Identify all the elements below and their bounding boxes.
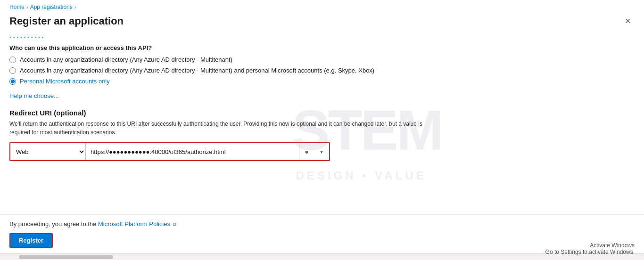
redirect-desc: We'll return the authentication response… (9, 120, 434, 137)
radio-option-2: Accounts in any organizational directory… (9, 67, 635, 74)
footer: By proceeding, you agree to the Microsof… (0, 215, 644, 253)
page-wrapper: Home › App registrations › STEM DESIGN •… (0, 0, 644, 260)
page-title: Register an application (9, 15, 124, 27)
title-row: Register an application ✕ (9, 12, 635, 34)
radio-multitenant-label[interactable]: Accounts in any organizational directory… (20, 56, 232, 63)
radio-option-1: Accounts in any organizational directory… (9, 56, 635, 63)
radio-option-3: Personal Microsoft accounts only (9, 78, 635, 85)
policy-prefix: By proceeding, you agree to the (9, 220, 96, 228)
partially-visible-section: ▪ ▪ ▪ ▪ ▪ ▪ ▪ ▪ ▪ ▪ (9, 34, 635, 41)
radio-multitenant-personal[interactable] (9, 67, 16, 74)
breadcrumb-home[interactable]: Home (9, 4, 25, 10)
radio-multitenant[interactable] (9, 57, 16, 63)
breadcrumb-separator-2: › (74, 4, 76, 10)
register-button[interactable]: Register (9, 233, 53, 248)
radio-group: Accounts in any organizational directory… (9, 56, 635, 85)
horizontal-scrollbar[interactable] (0, 253, 644, 260)
close-button[interactable]: ✕ (621, 16, 635, 27)
radio-personal-only[interactable] (9, 78, 16, 85)
uri-row: Web ● ▼ (9, 142, 330, 161)
uri-clear-button[interactable]: ● (299, 143, 314, 160)
radio-personal-only-label[interactable]: Personal Microsoft accounts only (20, 78, 110, 85)
breadcrumb: Home › App registrations › (0, 0, 644, 12)
breadcrumb-app-registrations[interactable]: App registrations (30, 4, 73, 10)
external-link-icon: ⧉ (173, 222, 176, 227)
radio-multitenant-personal-label[interactable]: Accounts in any organizational directory… (20, 67, 374, 74)
main-content: Register an application ✕ ▪ ▪ ▪ ▪ ▪ ▪ ▪ … (0, 12, 644, 214)
redirect-section: Redirect URI (optional) We'll return the… (9, 109, 635, 161)
uri-dropdown-button[interactable]: ▼ (314, 143, 329, 160)
horizontal-scroll-thumb[interactable] (19, 255, 113, 259)
help-link[interactable]: Help me choose... (9, 92, 59, 99)
who-label: Who can use this application or access t… (9, 44, 635, 51)
breadcrumb-separator-1: › (26, 4, 28, 10)
uri-input[interactable] (86, 143, 299, 160)
redirect-title: Redirect URI (optional) (9, 109, 635, 117)
uri-type-select[interactable]: Web (10, 143, 86, 160)
footer-policy: By proceeding, you agree to the Microsof… (9, 220, 635, 228)
policy-link[interactable]: Microsoft Platform Policies (98, 220, 170, 228)
